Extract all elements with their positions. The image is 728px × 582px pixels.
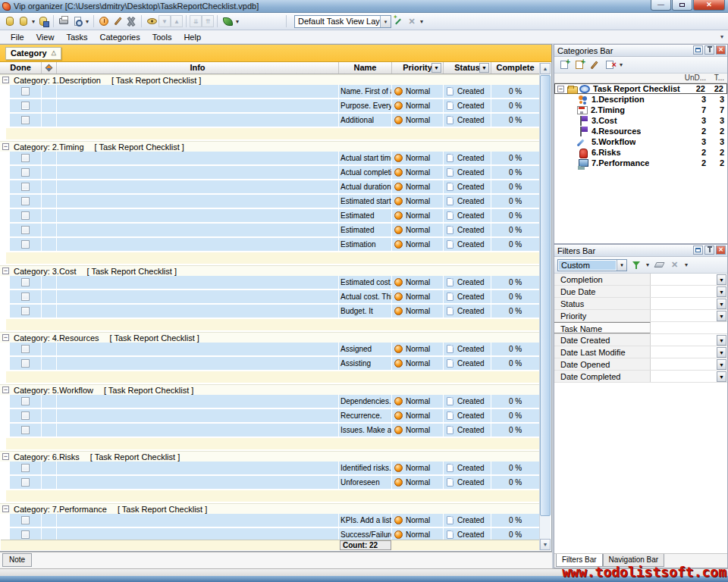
category-tree-item[interactable]: 3.Cost33	[554, 115, 727, 126]
filter-dropdown-icon[interactable]: ▼	[717, 359, 726, 370]
done-checkbox[interactable]	[21, 226, 30, 234]
close-button[interactable]: ✕	[693, 0, 725, 11]
layout-combo[interactable]: Default Task View Layout ▾	[294, 15, 391, 28]
category-tree-item[interactable]: 6.Risks22	[554, 147, 727, 158]
task-row[interactable]: Estimated startNormalCreated0 %	[0, 195, 539, 208]
done-checkbox[interactable]	[21, 240, 30, 249]
group-header[interactable]: −Category: 5.Workflow[ Task Report Check…	[0, 384, 539, 395]
menu-view[interactable]: View	[30, 31, 61, 43]
group-header[interactable]: −Category: 4.Resources[ Task Report Chec…	[0, 332, 539, 343]
add-subcategory-icon[interactable]	[573, 59, 585, 71]
done-checkbox[interactable]	[21, 197, 30, 205]
filter-value-input[interactable]	[651, 322, 727, 333]
task-row[interactable]: EstimationNormalCreated0 %	[0, 238, 539, 251]
categories-pin-button[interactable]	[704, 45, 714, 55]
task-row[interactable]: Actual cost. ThisNormalCreated0 %	[0, 290, 539, 303]
group-expander-icon[interactable]: −	[2, 268, 9, 274]
done-checkbox[interactable]	[21, 426, 30, 434]
print-preview-icon[interactable]	[71, 14, 84, 28]
apply-filter-icon[interactable]	[629, 259, 642, 271]
task-row[interactable]: Actual completionNormalCreated0 %	[0, 166, 539, 179]
task-row[interactable]: Actual start time.NormalCreated0 %	[0, 152, 539, 164]
task-row[interactable]: Purpose. EveryNormalCreated0 %	[0, 99, 539, 112]
task-row[interactable]: AdditionalNormalCreated0 %	[0, 114, 539, 127]
filter-dropdown-icon[interactable]: ▼	[717, 371, 726, 382]
filter-label[interactable]: Task Name	[554, 322, 651, 333]
group-header[interactable]: −Category: 1.Description[ Task Report Ch…	[0, 74, 539, 85]
filters-pin-button[interactable]	[704, 246, 714, 255]
delete-category-icon[interactable]	[603, 59, 616, 71]
tab-note[interactable]: Note	[2, 553, 32, 567]
group-expander-icon[interactable]: −	[2, 77, 9, 83]
open-database-icon[interactable]	[17, 14, 30, 28]
task-row[interactable]: Identified risks.NormalCreated0 %	[0, 462, 539, 474]
new-task-icon[interactable]	[97, 14, 111, 28]
task-row[interactable]: Actual duration.NormalCreated0 %	[0, 180, 539, 193]
view-task-icon[interactable]	[145, 14, 158, 28]
filter-value-input[interactable]	[651, 334, 717, 346]
categories-restore-button[interactable]	[693, 45, 703, 55]
add-category-icon[interactable]	[557, 59, 570, 71]
task-row[interactable]: UnforeseenNormalCreated0 %	[0, 476, 539, 489]
apply-layout-icon[interactable]	[391, 14, 405, 28]
task-row[interactable]: Recurrence.NormalCreated0 %	[0, 409, 539, 422]
filter-row-date-created[interactable]: Date Created▼	[554, 334, 727, 346]
recycle-caret-icon[interactable]: ▾	[234, 18, 240, 25]
column-header-name[interactable]: Name	[339, 62, 392, 74]
move-up-icon[interactable]: ▲	[171, 15, 183, 27]
filter-value-input[interactable]	[651, 346, 717, 358]
filter-dropdown-icon[interactable]: ▼	[717, 335, 726, 346]
grid-vertical-scrollbar[interactable]: ▲ ▼	[539, 63, 551, 550]
remove-filter-icon[interactable]: ✕	[668, 259, 681, 271]
filter-label[interactable]: Priority	[554, 310, 651, 321]
done-checkbox[interactable]	[21, 87, 30, 95]
group-header[interactable]: −Category: 2.Timing[ Task Report Checkli…	[0, 141, 539, 152]
done-checkbox[interactable]	[21, 168, 30, 177]
restore-button[interactable]	[672, 0, 692, 11]
done-checkbox[interactable]	[21, 478, 30, 487]
filter-label[interactable]: Completion	[554, 274, 651, 285]
categories-close-button[interactable]: ✕	[716, 45, 726, 55]
save-database-icon[interactable]	[36, 14, 50, 28]
done-checkbox[interactable]	[21, 307, 30, 315]
print-icon[interactable]	[57, 14, 71, 28]
scrollbar-thumb[interactable]	[540, 75, 551, 516]
category-tree-item[interactable]: 1.Description33	[554, 94, 727, 105]
filter-value-input[interactable]	[651, 298, 717, 309]
task-row[interactable]: Budget. ItNormalCreated0 %	[0, 305, 539, 318]
task-row[interactable]: Estimated cost. ItNormalCreated0 %	[0, 276, 539, 289]
filter-row-status[interactable]: Status▼	[554, 298, 727, 310]
task-row[interactable]: Issues. Make aNormalCreated0 %	[0, 424, 539, 436]
done-checkbox[interactable]	[21, 345, 30, 353]
filter-dropdown-icon[interactable]: ▼	[717, 286, 726, 297]
done-checkbox[interactable]	[21, 397, 30, 405]
group-by-category-button[interactable]: Category △	[5, 47, 61, 60]
task-row[interactable]: EstimatedNormalCreated0 %	[0, 209, 539, 222]
filter-row-completion[interactable]: Completion▼	[554, 274, 727, 286]
filter-dropdown-icon[interactable]: ▼	[717, 347, 726, 358]
column-header-info[interactable]: Info	[57, 62, 339, 74]
move-down-icon[interactable]: ▼	[158, 15, 171, 27]
categories-toolbar-caret-icon[interactable]: ▾	[618, 61, 624, 68]
scroll-down-icon[interactable]: ▼	[540, 539, 551, 550]
group-expander-icon[interactable]: −	[2, 505, 9, 512]
toolbar-overflow-caret-icon[interactable]: ▾	[720, 33, 723, 40]
layout-combo-dropdown-icon[interactable]: ▾	[380, 16, 391, 27]
filters-close-button[interactable]: ✕	[716, 246, 726, 255]
done-checkbox[interactable]	[21, 359, 30, 368]
task-row[interactable]: Name. First of all,NormalCreated0 %	[0, 85, 539, 98]
column-header-complete[interactable]: Complete	[491, 62, 539, 74]
category-tree-item[interactable]: 4.Resources22	[554, 126, 727, 136]
group-expander-icon[interactable]: −	[2, 453, 9, 460]
column-header-total[interactable]: T...	[714, 74, 724, 82]
filter-row-date-last-modifie[interactable]: Date Last Modifie▼	[554, 346, 727, 358]
filter-label[interactable]: Status	[554, 298, 651, 309]
tree-expander-icon[interactable]: −	[557, 86, 564, 92]
done-checkbox[interactable]	[21, 530, 30, 539]
done-checkbox[interactable]	[21, 411, 30, 420]
filter-row-date-opened[interactable]: Date Opened▼	[554, 358, 727, 371]
menu-help[interactable]: Help	[177, 31, 207, 43]
filter-preset-combo[interactable]: Custom ▾	[557, 259, 627, 271]
menu-tasks[interactable]: Tasks	[60, 31, 93, 43]
filter-value-input[interactable]	[651, 358, 717, 370]
